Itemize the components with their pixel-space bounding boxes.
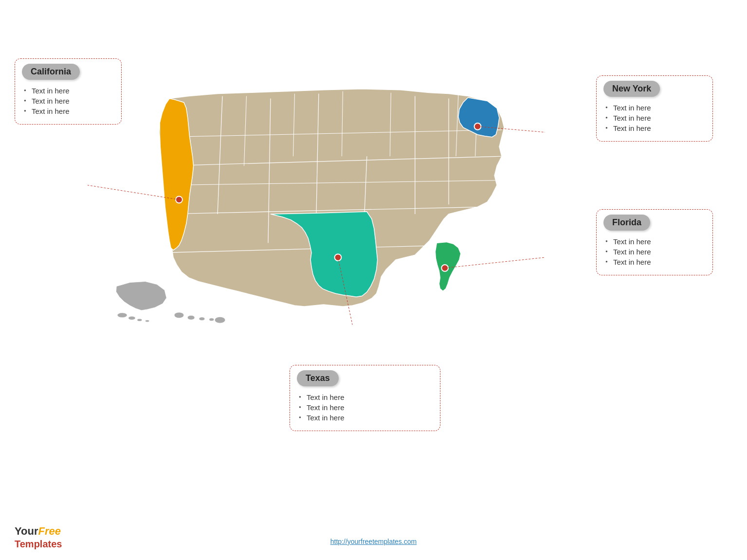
texas-dot (335, 254, 342, 261)
svg-point-18 (128, 316, 135, 320)
newyork-item-1: Text in here (605, 104, 706, 112)
svg-point-19 (137, 319, 142, 321)
logo: YourFree Templates (15, 525, 62, 550)
newyork-title: New York (603, 81, 660, 97)
newyork-box: New York Text in here Text in here Text … (596, 75, 713, 142)
hawaii-inset (174, 312, 225, 323)
texas-item-1: Text in here (299, 393, 433, 401)
florida-box: Florida Text in here Text in here Text i… (596, 209, 713, 275)
svg-point-20 (146, 320, 149, 322)
newyork-list: Text in here Text in here Text in here (603, 104, 706, 132)
texas-item-3: Text in here (299, 414, 433, 422)
texas-item-2: Text in here (299, 403, 433, 412)
newyork-item-2: Text in here (605, 114, 706, 122)
florida-title: Florida (603, 215, 650, 231)
usa-map-container (83, 63, 545, 365)
svg-point-25 (215, 317, 225, 323)
texas-list: Text in here Text in here Text in here (297, 393, 433, 422)
newyork-item-3: Text in here (605, 124, 706, 132)
usa-map-svg (83, 63, 545, 365)
florida-item-3: Text in here (605, 258, 706, 266)
svg-point-24 (209, 318, 214, 321)
florida-connector (445, 257, 545, 268)
svg-point-23 (199, 317, 205, 321)
texas-title: Texas (297, 370, 339, 386)
logo-free: Free (38, 525, 60, 537)
svg-point-21 (174, 312, 184, 318)
texas-box: Texas Text in here Text in here Text in … (290, 365, 440, 431)
california-title: California (22, 64, 80, 80)
florida-list: Text in here Text in here Text in here (603, 237, 706, 266)
svg-point-22 (187, 315, 195, 320)
footer-link[interactable]: http://yourfreetemplates.com (330, 538, 417, 545)
florida-dot (441, 265, 448, 271)
alaska-inset (116, 282, 166, 322)
logo-your: Your (15, 525, 38, 537)
florida-item-1: Text in here (605, 237, 706, 246)
florida-item-2: Text in here (605, 248, 706, 256)
svg-point-17 (117, 313, 127, 318)
footer: http://yourfreetemplates.com (0, 538, 747, 545)
logo-templates: Templates (15, 539, 62, 549)
